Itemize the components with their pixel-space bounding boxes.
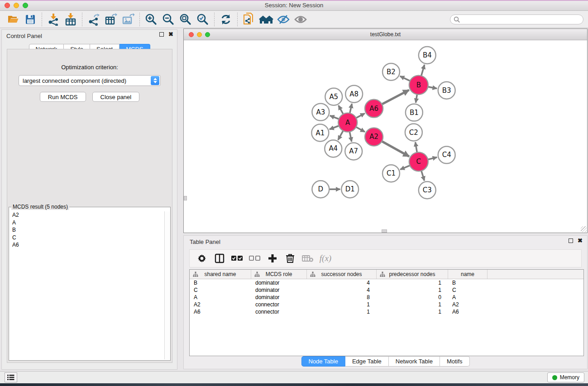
graph-edge-A-A3[interactable]	[330, 115, 340, 119]
refresh-layout-icon[interactable]	[217, 12, 234, 27]
graph-edge-A-A6[interactable]	[355, 113, 365, 118]
tab-edge-table[interactable]: Edge Table	[345, 356, 389, 367]
search-input[interactable]	[462, 15, 583, 24]
graph-edge-A-A4[interactable]	[338, 130, 344, 140]
hide-selection-icon[interactable]	[275, 12, 292, 27]
tab-motifs[interactable]: Motifs	[440, 356, 470, 367]
graph-node-D1[interactable]: D1	[341, 181, 359, 198]
graph-edge-C-C1[interactable]	[400, 165, 411, 170]
run-mcds-button[interactable]: Run MCDS	[40, 92, 86, 102]
graph-node-A4[interactable]: A4	[325, 140, 342, 157]
toolbar-search[interactable]	[450, 14, 583, 24]
zoom-selected-icon[interactable]	[194, 12, 211, 27]
cell-shared-name[interactable]: A6	[190, 308, 251, 315]
table-row[interactable]: Bdominator41B	[190, 279, 583, 286]
graph-node-A8[interactable]: A8	[345, 86, 363, 103]
graph-edge-A-A5[interactable]	[339, 105, 344, 115]
cell-predecessor-nodes[interactable]: 0	[377, 294, 448, 301]
graph-edge-B-B3[interactable]	[427, 86, 437, 88]
mcds-result-item[interactable]: A	[10, 219, 164, 227]
cell-mcds-role[interactable]: dominator	[251, 286, 307, 294]
add-column-icon[interactable]	[266, 252, 279, 265]
cell-name[interactable]: C	[448, 286, 488, 294]
delete-icon[interactable]	[283, 252, 297, 265]
vertical-scrollbar-thumb[interactable]	[184, 196, 187, 200]
optimization-criterion-dropdown[interactable]: largest connected component (directed)	[19, 75, 161, 86]
mcds-result-item[interactable]: B	[10, 226, 164, 234]
delete-table-icon[interactable]	[301, 252, 315, 265]
cell-successor-nodes[interactable]: 1	[307, 308, 377, 315]
cell-name[interactable]: B	[448, 279, 488, 286]
graph-node-A3[interactable]: A3	[312, 104, 329, 121]
gear-icon[interactable]	[195, 252, 209, 265]
graph-edge-A-A2[interactable]	[355, 127, 365, 132]
graph-edge-C-C3[interactable]	[421, 170, 424, 181]
cell-shared-name[interactable]: A2	[190, 301, 251, 308]
cell-mcds-role[interactable]: dominator	[251, 279, 307, 286]
cell-shared-name[interactable]: B	[190, 279, 251, 286]
graph-edge-A2-C[interactable]	[381, 141, 409, 157]
graph-node-A5[interactable]: A5	[325, 88, 342, 105]
cell-name[interactable]: A6	[448, 308, 488, 315]
mcds-result-item[interactable]: A6	[10, 241, 164, 249]
column-header-predecessor-nodes[interactable]: predecessor nodes	[377, 270, 448, 279]
graph-node-A6[interactable]: A6	[365, 100, 383, 118]
graph-node-B1[interactable]: B1	[406, 104, 423, 121]
cell-predecessor-nodes[interactable]: 1	[377, 279, 448, 286]
float-panel-icon[interactable]	[159, 32, 164, 37]
function-builder-icon[interactable]: f(x)	[319, 252, 332, 265]
graph-node-C2[interactable]: C2	[405, 124, 422, 141]
column-header-name[interactable]: name	[448, 270, 488, 279]
export-table-icon[interactable]	[102, 12, 120, 27]
cell-shared-name[interactable]: A	[190, 294, 251, 301]
column-header-shared-name[interactable]: shared name	[190, 270, 251, 279]
export-network-icon[interactable]	[85, 12, 102, 27]
resize-grip-icon[interactable]	[581, 226, 587, 232]
column-header-successor-nodes[interactable]: successor nodes	[307, 270, 377, 279]
graph-edge-A-A8[interactable]	[349, 104, 352, 114]
result-list-scrollbar[interactable]	[164, 211, 170, 359]
graph-edge-C-C4[interactable]	[427, 157, 437, 160]
cell-predecessor-nodes[interactable]: 1	[377, 308, 448, 315]
memory-button[interactable]: Memory	[547, 372, 584, 382]
close-table-panel-icon[interactable]: ✖	[578, 238, 583, 243]
table-row[interactable]: A6connector11A6	[190, 308, 583, 315]
cell-successor-nodes[interactable]: 4	[307, 286, 377, 294]
zoom-in-icon[interactable]	[143, 12, 160, 27]
deselect-all-icon[interactable]	[248, 252, 262, 265]
graph-node-A[interactable]: A	[338, 113, 357, 132]
graph-edge-B-B2[interactable]	[400, 76, 411, 81]
graph-edge-A-A1[interactable]	[330, 125, 340, 129]
node-table[interactable]: shared nameMCDS rolesuccessor nodesprede…	[189, 269, 584, 356]
graph-node-A2[interactable]: A2	[365, 128, 383, 146]
graph-node-B[interactable]: B	[409, 76, 428, 95]
graph-node-B3[interactable]: B3	[438, 82, 455, 99]
zoom-fit-icon[interactable]	[177, 12, 194, 27]
show-selection-icon[interactable]	[292, 12, 309, 27]
graph-edge-C-C2[interactable]	[416, 142, 417, 153]
cell-mcds-role[interactable]: connector	[251, 301, 307, 308]
cell-name[interactable]: A	[448, 294, 488, 301]
graph-node-D[interactable]: D	[312, 181, 329, 198]
select-all-icon[interactable]	[230, 252, 244, 265]
cell-predecessor-nodes[interactable]: 1	[377, 301, 448, 308]
graph-node-C3[interactable]: C3	[419, 181, 436, 199]
graph-node-C[interactable]: C	[409, 152, 428, 171]
graph-node-B4[interactable]: B4	[419, 47, 436, 64]
float-table-panel-icon[interactable]	[569, 238, 573, 243]
table-row[interactable]: A2connector11A2	[190, 301, 583, 308]
graph-node-A7[interactable]: A7	[345, 143, 362, 160]
mcds-result-item[interactable]: C	[10, 234, 164, 242]
tab-network-table[interactable]: Network Table	[389, 356, 440, 367]
table-row[interactable]: Cdominator41C	[190, 286, 583, 294]
graph-edge-A-A7[interactable]	[349, 131, 352, 142]
mcds-result-item[interactable]: A2	[10, 211, 164, 219]
graph-node-C4[interactable]: C4	[438, 146, 455, 163]
cell-name[interactable]: A2	[448, 301, 488, 308]
cell-successor-nodes[interactable]: 1	[307, 301, 377, 308]
columns-icon[interactable]	[213, 252, 226, 265]
export-image-icon[interactable]	[120, 12, 137, 27]
show-all-networks-icon[interactable]	[258, 12, 275, 27]
network-graph[interactable]: AA1A2A3A4A5A6A7A8BB1B2B3B4CC1C2C3C4DD1	[184, 41, 587, 233]
cell-successor-nodes[interactable]: 8	[307, 294, 377, 301]
